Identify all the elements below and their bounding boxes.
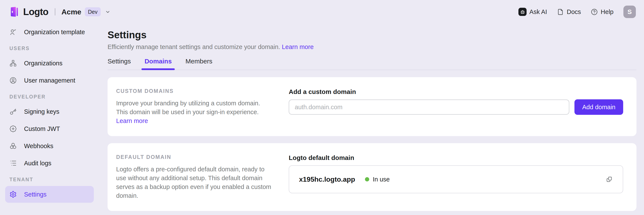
custom-domains-form: Add a custom domain Add domain: [289, 88, 623, 125]
default-domain-section-label: DEFAULT DOMAIN: [116, 154, 279, 160]
help-circle-icon: [591, 9, 598, 16]
topbar-divider: [55, 8, 56, 16]
chevron-down-icon: [104, 9, 111, 15]
sidebar-section-users: USERS: [5, 41, 94, 55]
sidebar-item-webhooks[interactable]: Webhooks: [5, 138, 94, 154]
help-button[interactable]: Help: [591, 9, 614, 16]
network-icon: [10, 60, 17, 67]
ask-ai-icon: [518, 8, 526, 16]
page-subtitle-text: Efficiently manage tenant settings and c…: [108, 44, 280, 50]
sidebar-item-label: Organization template: [24, 29, 85, 36]
in-use-status-label: In use: [373, 176, 390, 183]
sidebar-item-user-management[interactable]: User management: [5, 72, 94, 89]
main-content: Settings Efficiently manage tenant setti…: [99, 24, 644, 215]
sidebar-item-label: Audit logs: [24, 160, 51, 167]
custom-domains-description: Improve your branding by utilizing a cus…: [116, 99, 273, 125]
sidebar-item-label: Custom JWT: [24, 125, 60, 132]
topbar: Logto Acme Dev Ask AI: [0, 0, 644, 24]
sidebar-section-developer: DEVELOPER: [5, 89, 94, 103]
default-domain-panel: Logto default domain x195hc.logto.app In…: [289, 154, 623, 200]
document-icon: [557, 9, 564, 16]
custom-domains-card: CUSTOM DOMAINS Improve your branding by …: [108, 77, 636, 136]
sidebar-section-tenant: TENANT: [5, 172, 94, 186]
custom-domains-description-text: Improve your branding by utilizing a cus…: [116, 100, 260, 115]
tab-bar: Settings Domains Members: [108, 58, 636, 70]
docs-label: Docs: [567, 9, 581, 16]
sidebar-item-label: Webhooks: [24, 143, 54, 150]
ask-ai-button[interactable]: Ask AI: [518, 8, 547, 16]
sidebar-item-label: Settings: [24, 191, 46, 198]
ask-ai-label: Ask AI: [529, 9, 547, 16]
badge-plus-icon: [10, 125, 17, 132]
tab-settings[interactable]: Settings: [108, 58, 131, 70]
default-domain-description: Logto offers a pre-configured default do…: [116, 165, 273, 200]
sidebar-item-signing-keys[interactable]: Signing keys: [5, 103, 94, 120]
logto-logo-icon: [8, 7, 19, 17]
subtitle-learn-more-link[interactable]: Learn more: [282, 44, 314, 50]
copy-icon[interactable]: [606, 176, 613, 183]
custom-domains-section-label: CUSTOM DOMAINS: [116, 88, 279, 94]
user-avatar[interactable]: S: [624, 6, 636, 18]
tab-domains[interactable]: Domains: [144, 58, 172, 70]
page-subtitle: Efficiently manage tenant settings and c…: [108, 43, 636, 51]
in-use-status-dot: [365, 177, 369, 181]
sidebar-item-organizations[interactable]: Organizations: [5, 55, 94, 72]
default-domain-card: DEFAULT DOMAIN Logto offers a pre-config…: [108, 143, 636, 211]
key-icon: [10, 108, 17, 115]
default-domain-row: x195hc.logto.app In use: [289, 165, 623, 193]
webhook-icon: [10, 142, 17, 150]
circle-user-icon: [10, 77, 17, 84]
sidebar: Organization template USERS Organization…: [0, 24, 99, 215]
tenant-picker[interactable]: Acme Dev: [62, 7, 111, 16]
docs-button[interactable]: Docs: [557, 9, 581, 16]
page-title: Settings: [108, 29, 636, 41]
gear-icon: [10, 191, 17, 198]
custom-domains-learn-more-link[interactable]: Learn more: [116, 117, 148, 124]
topbar-actions: Ask AI Docs Help S: [518, 6, 636, 18]
user-check-icon: [10, 28, 17, 36]
add-domain-button[interactable]: Add domain: [574, 99, 623, 115]
tab-members[interactable]: Members: [186, 58, 212, 70]
sidebar-item-label: Signing keys: [24, 108, 59, 115]
help-label: Help: [601, 9, 614, 16]
sidebar-item-label: Organizations: [24, 60, 62, 67]
sidebar-item-organization-template[interactable]: Organization template: [5, 24, 94, 40]
sidebar-item-label: User management: [24, 77, 75, 84]
custom-domain-input[interactable]: [289, 100, 569, 115]
tenant-name: Acme: [62, 8, 81, 16]
logo-text: Logto: [23, 7, 48, 17]
default-domain-label: Logto default domain: [289, 154, 623, 162]
custom-domains-info: CUSTOM DOMAINS Improve your branding by …: [116, 88, 279, 125]
default-domain-value: x195hc.logto.app: [299, 175, 355, 183]
sidebar-item-settings[interactable]: Settings: [5, 186, 94, 203]
default-domain-info: DEFAULT DOMAIN Logto offers a pre-config…: [116, 154, 279, 200]
env-badge: Dev: [85, 7, 101, 16]
add-custom-domain-label: Add a custom domain: [289, 88, 623, 96]
logto-logo[interactable]: Logto: [8, 7, 48, 17]
logs-icon: [10, 159, 17, 167]
sidebar-item-audit-logs[interactable]: Audit logs: [5, 155, 94, 171]
sidebar-item-custom-jwt[interactable]: Custom JWT: [5, 120, 94, 137]
